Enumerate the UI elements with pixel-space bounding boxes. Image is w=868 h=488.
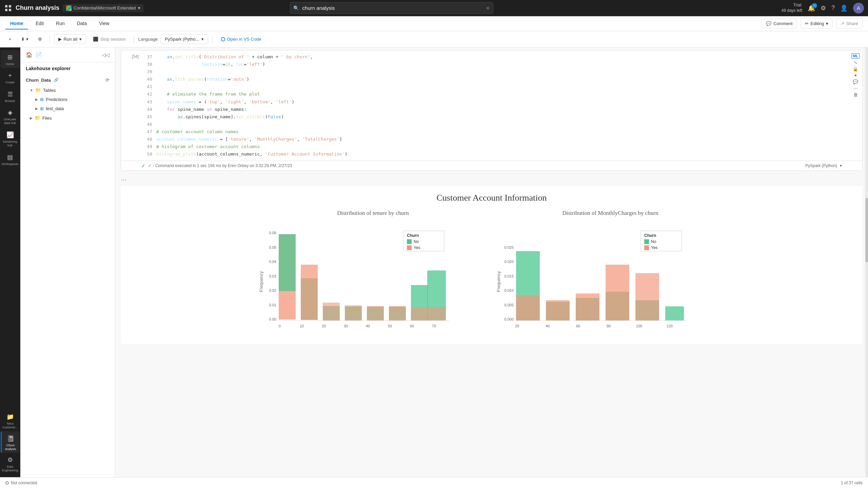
svg-text:No: No (651, 239, 656, 244)
sparkle-icon[interactable]: ✦ (854, 73, 857, 78)
nav-item-churn[interactable]: 📓 Churn analysis (1, 431, 20, 453)
settings-button[interactable]: ⚙ (35, 35, 45, 44)
nav-item-data-eng[interactable]: ⚙ Data Engineering (1, 453, 20, 474)
success-icon: ✓ (141, 163, 145, 168)
svg-text:70: 70 (432, 324, 436, 328)
svg-text:0.06: 0.06 (269, 231, 276, 235)
nav-item-browse[interactable]: ☰ Browse (1, 87, 20, 105)
tab-data[interactable]: Data (72, 18, 92, 29)
nav-item-onelake[interactable]: ◈ OneLake data hub (1, 105, 20, 127)
nav-item-monitoring[interactable]: 📈 Monitoring hub (1, 128, 20, 149)
svg-text:0.025: 0.025 (504, 245, 514, 249)
lock-icon[interactable]: 🔒 (853, 66, 858, 72)
svg-text:50: 50 (388, 324, 392, 328)
bottom-bar: Not connected 1 of 37 cells (0, 477, 868, 488)
chevron-down-icon: ▾ (826, 21, 828, 26)
nav-item-home[interactable]: ⊞ Home (1, 50, 20, 68)
expand-icon: ▶ (35, 107, 38, 110)
settings-icon[interactable]: ⚙ (821, 4, 826, 12)
workspace-badge[interactable]: Confidential\Microsoft Extended ▾ (63, 4, 144, 12)
churn-icon: 📓 (7, 435, 14, 442)
code-content[interactable]: 37 ax.set_title('Distribution of ' + col… (140, 50, 849, 161)
notification-button[interactable]: 🔔 20 (808, 4, 815, 12)
line-number: 46 (143, 121, 152, 128)
help-icon[interactable]: ? (831, 4, 835, 12)
svg-text:40: 40 (546, 324, 550, 328)
resize-icon[interactable]: ⤡ (854, 60, 857, 65)
settings-icon: ⚙ (38, 37, 42, 42)
code-text (156, 83, 159, 90)
chart1-title: Distribution of tenure by churn (258, 210, 488, 217)
search-input[interactable] (290, 2, 493, 14)
code-line-45: 45 ax.spines[spine_name].set_visible(Fal… (143, 113, 846, 121)
bar-yes (367, 306, 384, 321)
telco-icon: 📁 (6, 413, 14, 421)
code-line-38: 38 fontsize=16, loc='left') (143, 61, 846, 68)
bar-yes (516, 295, 540, 321)
predictions-table[interactable]: ▶ ⊞ Predictions (20, 95, 115, 104)
svg-text:Churn: Churn (407, 233, 419, 238)
share-icon: ↗ (841, 21, 844, 26)
tab-home[interactable]: Home (5, 18, 28, 29)
topbar-left: Churn analysis Confidential\Microsoft Ex… (4, 4, 144, 12)
refresh-icon[interactable]: ⟳ (105, 77, 110, 83)
connection-status: Not connected (5, 481, 37, 485)
expand-icon: ▶ (30, 116, 33, 120)
line-number: 49 (143, 143, 152, 150)
chart2-title: Distribution of MonthlyCharges by churn (495, 210, 726, 217)
tables-folder[interactable]: ▼ 📁 Tables (20, 85, 115, 95)
lakehouse-icon: 🏠 (26, 52, 33, 58)
svg-text:Yes: Yes (414, 245, 420, 250)
main-layout: ⊞ Home + Create ☰ Browse ◈ OneLake data … (0, 47, 868, 477)
toolbar: + ⬇ ▾ ⚙ ▶ Run all ▾ ⬛ Stop session Langu… (0, 31, 868, 47)
more-icon[interactable]: ⋯ (853, 86, 858, 91)
bar-yes (345, 305, 362, 321)
scrollbar-track[interactable] (865, 47, 868, 477)
comment-icon[interactable]: 💬 (853, 79, 858, 84)
ml-icon[interactable]: ML (851, 53, 860, 59)
chart2-svg: Frequency 0.000 0.005 0.010 0.015 0.020 … (495, 221, 698, 336)
editing-button[interactable]: ✏ Editing ▾ (801, 19, 833, 28)
run-all-button[interactable]: ▶ Run all ▾ (54, 34, 86, 44)
collapse-panel-button[interactable]: ◁◁ (102, 52, 110, 58)
line-number: 38 (143, 61, 152, 68)
svg-text:0.01: 0.01 (269, 303, 276, 307)
line-number: 37 (143, 53, 152, 61)
svg-text:0.02: 0.02 (269, 288, 276, 292)
tab-view[interactable]: View (94, 18, 114, 29)
chevron-down-icon: ▾ (201, 37, 204, 42)
code-line-37: 37 ax.set_title('Distribution of ' + col… (143, 53, 846, 61)
trial-badge: Trial: 49 days left (782, 3, 802, 13)
svg-text:80: 80 (607, 324, 611, 328)
nav-item-workspaces[interactable]: ▤ Workspaces (1, 150, 20, 168)
tab-run[interactable]: Run (51, 18, 70, 29)
open-vs-code-button[interactable]: ⬡ Open in VS Code (217, 34, 265, 44)
share-button[interactable]: ↗ Share (836, 19, 863, 28)
table-icon: ⊞ (40, 97, 44, 102)
language-button[interactable]: PySpark (Pytho... ▾ (160, 34, 208, 44)
save-button[interactable]: ⬇ ▾ (18, 35, 32, 44)
tab-edit[interactable]: Edit (31, 18, 48, 29)
stop-session-button[interactable]: ⬛ Stop session (89, 35, 130, 44)
account-icon[interactable]: 👤 (840, 4, 848, 12)
chevron-down-icon: ▾ (79, 37, 82, 42)
expand-icon: ▶ (35, 98, 38, 101)
delete-icon[interactable]: 🗑 (853, 92, 858, 97)
test-data-table[interactable]: ▶ ⊞ test_data (20, 104, 115, 113)
scrollbar-thumb[interactable] (865, 198, 868, 262)
add-cell-button[interactable]: + (5, 35, 15, 44)
save-icon: ⬇ (21, 37, 25, 42)
user-avatar[interactable]: A (853, 3, 864, 14)
files-folder[interactable]: ▶ 📁 Files (20, 113, 115, 123)
clear-icon[interactable]: ✕ (486, 5, 490, 11)
app-grid-icon[interactable] (4, 4, 12, 12)
svg-text:0.005: 0.005 (504, 303, 514, 307)
charts-row: Distribution of tenure by churn Frequenc… (127, 210, 856, 337)
nav-item-create[interactable]: + Create (1, 69, 20, 86)
workspace-name: Confidential\Microsoft Extended (74, 5, 136, 11)
comment-button[interactable]: 💬 Comment (762, 19, 797, 28)
chart-main-title: Customer Account Information (127, 193, 856, 203)
nav-item-telco[interactable]: 📁 Telco Customer... (1, 410, 20, 431)
chart1-container: Frequency 0.00 0.01 0.02 0.03 0.04 0.05 … (258, 221, 488, 337)
code-line-44: 44 for spine_name in spine_names: (143, 106, 846, 113)
